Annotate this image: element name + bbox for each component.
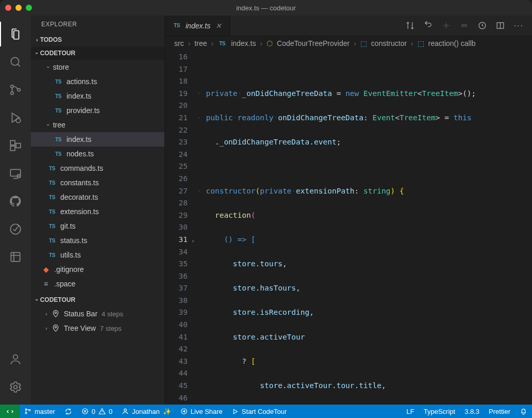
svg-point-14 (55, 312, 56, 313)
timeline-icon[interactable] (478, 21, 487, 30)
section-project[interactable]: › CODETOUR (31, 46, 164, 60)
file-index-tree[interactable]: TSindex.ts (31, 132, 164, 147)
section-codetour[interactable]: › CODETOUR (31, 293, 164, 307)
compare-icon[interactable] (406, 21, 414, 30)
svg-point-4 (16, 118, 21, 123)
chevron-down-icon: › (34, 52, 40, 54)
problems-button[interactable]: 0 0 (77, 405, 117, 418)
file-git[interactable]: TSgit.ts (31, 219, 164, 233)
file-nodes[interactable]: TSnodes.ts (31, 147, 164, 161)
prettier-button[interactable]: Prettier (484, 408, 515, 415)
ts-icon: TS (47, 252, 57, 258)
split-icon[interactable] (496, 21, 505, 30)
svg-point-13 (14, 385, 18, 389)
file-commands[interactable]: TScommands.ts (31, 161, 164, 175)
user-button[interactable]: Jonathan ✨ (117, 405, 176, 418)
symbol-method-icon: ⬚ (360, 39, 367, 47)
window-controls (5, 5, 32, 11)
search-activity[interactable] (0, 50, 31, 74)
chevron-down-icon: › (45, 66, 52, 68)
file-tree: ›store TSactions.ts TSindex.ts TSprovide… (31, 60, 164, 291)
tour-statusbar[interactable]: › Status Bar 4 steps (31, 307, 164, 321)
file-space[interactable]: ≡.space (31, 277, 164, 291)
extensions-activity[interactable] (0, 133, 31, 158)
action-icon-2[interactable] (460, 21, 469, 30)
file-provider[interactable]: TSprovider.ts (31, 103, 164, 118)
ts-icon: TS (54, 137, 63, 142)
chevron-right-icon: › (36, 37, 38, 43)
minimize-window-button[interactable] (15, 5, 22, 11)
explorer-activity[interactable] (0, 22, 31, 46)
ts-icon: TS (54, 151, 63, 157)
file-utils[interactable]: TSutils.ts (31, 248, 164, 262)
file-actions[interactable]: TSactions.ts (31, 74, 164, 89)
liveshare-button[interactable]: Live Share (176, 405, 227, 418)
folder-tree[interactable]: ›tree (31, 118, 164, 132)
file-index-store[interactable]: TSindex.ts (31, 89, 164, 103)
sync-button[interactable] (60, 405, 77, 418)
tab-bar: TS index.ts ✕ ··· (165, 15, 532, 36)
github-activity[interactable] (0, 189, 31, 214)
scm-activity[interactable] (0, 77, 31, 102)
svg-point-1 (11, 85, 13, 88)
section-todos[interactable]: › TODOS (31, 33, 164, 46)
section-project-label: CODETOUR (40, 50, 75, 57)
settings-activity[interactable] (0, 375, 31, 399)
remote-activity[interactable] (0, 161, 31, 186)
sidebar-title: EXPLORER (31, 15, 164, 33)
ts-icon: TS (218, 41, 227, 46)
tour-treeview[interactable]: › Tree View 7 steps (31, 321, 164, 335)
file-constants[interactable]: TSconstants.ts (31, 175, 164, 190)
close-tab-button[interactable]: ✕ (214, 21, 223, 31)
ts-icon: TS (54, 79, 63, 85)
breadcrumb[interactable]: src› tree› TS index.ts› ⬡ CodeTourTreePr… (165, 36, 532, 51)
svg-point-12 (13, 355, 18, 359)
debug-activity[interactable] (0, 105, 31, 130)
svg-point-3 (18, 88, 20, 91)
map-pin-icon (52, 324, 60, 332)
ts-version-button[interactable]: 3.8.3 (460, 408, 484, 415)
code-area[interactable]: 16171819 20212223 24252627 282930 31› 34… (165, 51, 532, 405)
account-activity[interactable] (0, 347, 31, 372)
language-button[interactable]: TypeScript (419, 408, 460, 415)
file-decorator[interactable]: TSdecorator.ts (31, 190, 164, 204)
svg-point-17 (461, 24, 463, 26)
svg-rect-5 (10, 140, 15, 145)
folder-store[interactable]: ›store (31, 60, 164, 74)
liveshare-activity[interactable] (0, 217, 31, 242)
more-icon[interactable]: ··· (514, 21, 524, 30)
bell-button[interactable] (515, 408, 532, 415)
branch-button[interactable]: master (20, 405, 60, 418)
symbol-class-icon: ⬡ (267, 39, 273, 47)
git-icon: ◆ (41, 265, 51, 274)
ts-icon: TS (54, 108, 63, 114)
close-window-button[interactable] (5, 5, 11, 11)
status-bar: master 0 0 Jonathan ✨ Live Share Start C… (0, 405, 532, 418)
codetour-button[interactable]: Start CodeTour (227, 405, 291, 418)
remote-button[interactable] (0, 405, 20, 418)
svg-rect-6 (10, 146, 15, 151)
file-status[interactable]: TSstatus.ts (31, 233, 164, 248)
file-extension[interactable]: TSextension.ts (31, 204, 164, 219)
svg-point-16 (445, 24, 447, 26)
ts-icon: TS (54, 93, 63, 99)
codetour-activity[interactable] (0, 245, 31, 269)
eol-button[interactable]: LF (402, 408, 419, 415)
maximize-window-button[interactable] (26, 5, 32, 11)
revert-icon[interactable] (424, 21, 433, 30)
ts-icon: TS (172, 23, 181, 28)
svg-point-10 (10, 224, 21, 234)
svg-point-2 (11, 92, 13, 94)
code-content[interactable]: · private·_onDidChangeTreeData = new Eve… (197, 51, 532, 405)
ts-icon: TS (47, 180, 57, 186)
ts-icon: TS (47, 195, 57, 200)
svg-point-22 (25, 412, 27, 414)
file-gitignore[interactable]: ◆.gitignore (31, 262, 164, 277)
svg-rect-7 (16, 143, 21, 148)
tab-index[interactable]: TS index.ts ✕ (165, 15, 230, 36)
fold-icon[interactable]: › (191, 235, 195, 248)
svg-point-23 (29, 409, 30, 411)
chevron-down-icon: › (45, 124, 52, 126)
svg-point-15 (55, 326, 56, 328)
action-icon[interactable] (442, 21, 451, 30)
